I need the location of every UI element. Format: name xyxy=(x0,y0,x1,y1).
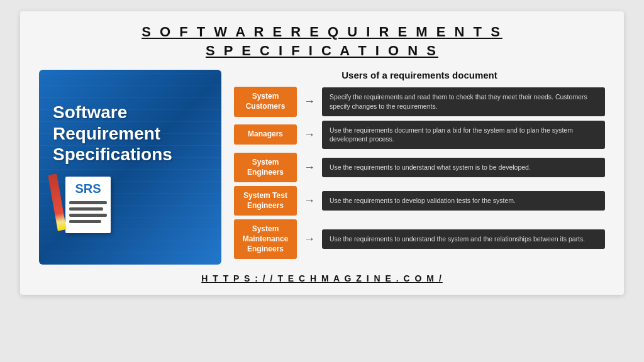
arrow-icon: → xyxy=(297,194,322,207)
srs-label: SRS xyxy=(75,182,101,196)
role-label: System Engineers xyxy=(234,153,297,182)
arrow-icon: → xyxy=(297,95,322,108)
srs-line xyxy=(69,201,107,204)
requirement-row: System Test Engineers → Use the requirem… xyxy=(234,186,605,216)
role-label: System Customers xyxy=(234,87,297,116)
role-label: System Maintenance Engineers xyxy=(234,219,297,259)
footer-url: H T T P S : / / T E C H M A G Z I N E . … xyxy=(39,273,605,283)
arrow-icon: → xyxy=(297,128,322,141)
role-label: Managers xyxy=(234,124,297,145)
rows-container: System Customers → Specify the requireme… xyxy=(234,87,605,259)
requirement-row: System Customers → Specify the requireme… xyxy=(234,87,605,116)
left-title: Software Requirement Specifications xyxy=(53,102,172,165)
srs-line xyxy=(69,214,107,217)
content-area: Software Requirement Specifications SRS xyxy=(39,70,605,265)
role-description: Use the requirements document to plan a … xyxy=(322,121,605,149)
role-label: System Test Engineers xyxy=(234,186,297,216)
requirement-row: System Engineers → Use the requirements … xyxy=(234,153,605,182)
section-title: Users of a requirements document xyxy=(234,70,605,80)
srs-lines xyxy=(69,201,107,223)
main-container: S O F T W A R E R E Q U I R E M E N T S … xyxy=(20,11,624,295)
role-description: Use the requirements to understand the s… xyxy=(322,229,605,249)
requirement-row: System Maintenance Engineers → Use the r… xyxy=(234,219,605,259)
srs-line xyxy=(69,207,103,211)
srs-document: SRS xyxy=(65,177,111,233)
srs-doc-area: SRS xyxy=(53,174,111,233)
page-title: S O F T W A R E R E Q U I R E M E N T S … xyxy=(39,23,605,60)
left-image-panel: Software Requirement Specifications SRS xyxy=(39,70,221,265)
role-description: Use the requirements to develop validati… xyxy=(322,191,605,211)
srs-line xyxy=(69,220,101,223)
role-description: Specify the requirements and read them t… xyxy=(322,87,605,116)
requirement-row: Managers → Use the requirements document… xyxy=(234,121,605,149)
pencil-icon xyxy=(48,173,66,231)
role-description: Use the requirements to understand what … xyxy=(322,158,605,177)
arrow-icon: → xyxy=(297,233,322,246)
right-diagram-area: Users of a requirements document System … xyxy=(221,70,605,259)
arrow-icon: → xyxy=(297,161,322,174)
